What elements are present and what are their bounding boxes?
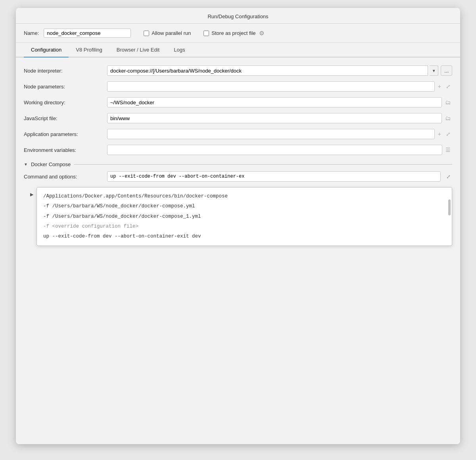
environment-variables-edit-button[interactable]: ☰	[444, 146, 452, 154]
application-parameters-label: Application parameters:	[24, 131, 103, 137]
node-interpreter-dropdown[interactable]: ▼	[430, 65, 438, 76]
autocomplete-line-4: up --exit-code-from dev --abort-on-conta…	[37, 232, 452, 242]
store-as-project-group: Store as project file ⚙	[203, 30, 264, 37]
working-directory-field: 🗂	[107, 97, 452, 107]
gear-icon[interactable]: ⚙	[259, 30, 264, 37]
store-as-project-checkbox[interactable]	[203, 31, 209, 36]
application-parameters-add-button[interactable]: +	[436, 130, 443, 138]
autocomplete-line-3: -f <override configuration file>	[37, 222, 452, 232]
node-interpreter-browse-button[interactable]: ...	[441, 65, 452, 76]
working-directory-label: Working directory:	[24, 100, 103, 105]
allow-parallel-label: Allow parallel run	[152, 30, 191, 36]
javascript-file-browse-button[interactable]: 🗂	[443, 114, 452, 122]
autocomplete-expand-arrow[interactable]: ▶	[30, 192, 33, 197]
autocomplete-line-0: /Applications/Docker.app/Contents/Resour…	[37, 192, 452, 201]
folder-icon: 🗂	[445, 99, 451, 105]
javascript-file-label: JavaScript file:	[24, 115, 103, 121]
tab-v8-profiling[interactable]: V8 Profiling	[69, 43, 109, 58]
docker-compose-label: Docker Compose	[31, 161, 71, 167]
environment-variables-field: ☰	[107, 145, 452, 155]
application-parameters-input[interactable]	[107, 129, 435, 139]
node-interpreter-input[interactable]	[107, 65, 428, 76]
scrollbar-thumb[interactable]	[448, 199, 451, 215]
autocomplete-box: /Applications/Docker.app/Contents/Resour…	[36, 187, 452, 246]
name-input[interactable]	[44, 29, 131, 38]
content-area: Node interpreter: ▼ ... Node parameters:…	[16, 58, 460, 254]
working-directory-input[interactable]	[107, 97, 442, 107]
javascript-file-row: JavaScript file: 🗂	[24, 113, 452, 123]
node-parameters-expand-button[interactable]: ⤢	[444, 82, 452, 90]
dialog-title: Run/Debug Configurations	[16, 8, 460, 24]
node-interpreter-field: ▼ ...	[107, 65, 452, 76]
allow-parallel-group: Allow parallel run	[144, 30, 191, 36]
node-parameters-field: + ⤢	[107, 81, 452, 92]
folder-icon-js: 🗂	[445, 115, 451, 121]
node-interpreter-row: Node interpreter: ▼ ...	[24, 65, 452, 76]
autocomplete-container: ▶ /Applications/Docker.app/Contents/Reso…	[24, 186, 452, 246]
environment-variables-label: Environment variables:	[24, 147, 103, 153]
working-directory-browse-button[interactable]: 🗂	[443, 98, 452, 106]
javascript-file-field: 🗂	[107, 113, 452, 123]
name-label: Name:	[24, 30, 39, 36]
docker-compose-section: ▼ Docker Compose	[24, 161, 452, 167]
header-row: Name: Allow parallel run Store as projec…	[16, 24, 460, 43]
tab-browser-live-edit[interactable]: Browser / Live Edit	[109, 43, 167, 58]
autocomplete-arrow-row: ▶	[24, 190, 36, 199]
section-divider-line	[74, 164, 452, 165]
chevron-down-icon: ▼	[432, 69, 436, 73]
environment-variables-row: Environment variables: ☰	[24, 145, 452, 155]
command-options-input[interactable]	[107, 171, 441, 182]
command-options-label: Command and options:	[24, 174, 103, 180]
javascript-file-input[interactable]	[107, 113, 442, 123]
environment-variables-input[interactable]	[107, 145, 442, 155]
command-options-expand-button[interactable]: ⤢	[445, 173, 452, 180]
working-directory-row: Working directory: 🗂	[24, 97, 452, 107]
node-parameters-add-button[interactable]: +	[436, 82, 443, 90]
node-parameters-label: Node parameters:	[24, 84, 103, 90]
autocomplete-line-2: -f /Users/barbara/WS/node_docker/docker-…	[37, 212, 452, 222]
section-collapse-icon[interactable]: ▼	[24, 162, 28, 167]
allow-parallel-checkbox[interactable]	[144, 31, 149, 36]
tabs-row: Configuration V8 Profiling Browser / Liv…	[16, 43, 460, 58]
node-parameters-input[interactable]	[107, 81, 435, 92]
dialog-title-text: Run/Debug Configurations	[207, 13, 268, 19]
application-parameters-row: Application parameters: + ⤢	[24, 129, 452, 139]
run-debug-dialog: Run/Debug Configurations Name: Allow par…	[16, 8, 460, 444]
store-as-project-label: Store as project file	[211, 30, 255, 36]
application-parameters-expand-button[interactable]: ⤢	[444, 130, 452, 138]
tab-logs[interactable]: Logs	[167, 43, 192, 58]
node-interpreter-label: Node interpreter:	[24, 68, 103, 74]
tab-configuration[interactable]: Configuration	[24, 43, 69, 58]
node-parameters-row: Node parameters: + ⤢	[24, 81, 452, 92]
autocomplete-line-1: -f /Users/barbara/WS/node_docker/docker-…	[37, 201, 452, 211]
command-options-row: Command and options: ⤢	[24, 171, 452, 182]
application-parameters-field: + ⤢	[107, 129, 452, 139]
